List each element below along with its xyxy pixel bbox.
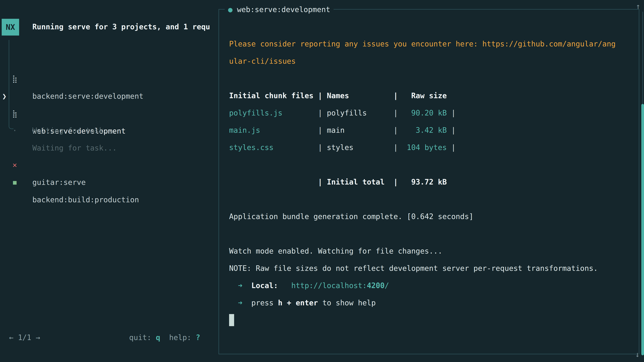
pipe: | xyxy=(447,104,456,121)
pipe: | xyxy=(318,139,327,156)
total-label: Initial total xyxy=(327,173,394,191)
table-row: polyfills.js|polyfills|90.20 kB| xyxy=(229,104,635,121)
help-key: ? xyxy=(196,333,200,342)
table-total-row: |Initial total|93.72 kB xyxy=(229,173,635,191)
chunk-name: styles xyxy=(327,139,394,156)
table-row: styles.css|styles|104 bytes| xyxy=(229,139,635,156)
pipe: | xyxy=(318,173,327,191)
watch-mode-line: Watch mode enabled. Watching for file ch… xyxy=(229,242,635,260)
help-post: to show help xyxy=(322,299,376,307)
note-line: NOTE: Raw file sizes do not reflect deve… xyxy=(229,260,635,277)
pipe: | xyxy=(394,173,402,191)
help-keys: h + enter xyxy=(278,299,318,307)
local-url-line: ➜Local:http://localhost:4200/ xyxy=(229,277,635,294)
success-square-icon: ■ xyxy=(11,174,19,191)
chunk-size: 104 bytes xyxy=(402,139,447,156)
pager-prev-icon[interactable]: ← xyxy=(9,333,14,342)
task-row-backend-build[interactable]: ■ backend:build:production xyxy=(0,156,218,174)
task-label: guitar:serve xyxy=(32,174,86,191)
pipe: | xyxy=(394,139,402,156)
scrollbar-track[interactable] xyxy=(642,12,643,104)
local-label: Local: xyxy=(251,281,278,290)
nx-logo: NX xyxy=(2,19,19,35)
local-url-link[interactable]: http://localhost:4200/ xyxy=(291,281,389,290)
scroll-down-icon[interactable]: ↓ xyxy=(635,347,640,362)
scroll-up-icon[interactable]: ↑ xyxy=(636,1,640,19)
chunk-file: styles.css xyxy=(229,139,318,156)
quit-key: q xyxy=(156,333,160,342)
blank-line xyxy=(229,70,635,87)
pipe: | xyxy=(318,121,327,139)
terminal-output: Please consider reporting any issues you… xyxy=(229,9,635,331)
task-row-guitar-serve[interactable]: ✕ guitar:serve xyxy=(0,139,218,156)
issue-notice-line-2: ular-cli/issues xyxy=(229,52,635,70)
scrollbar-thumb[interactable] xyxy=(641,104,644,355)
pipe: | xyxy=(318,87,327,104)
task-label: backend:build:production xyxy=(32,191,139,209)
cursor-line xyxy=(229,314,635,331)
keyboard-hints: quit:qhelp:? xyxy=(129,329,200,346)
help-hint-line: ➜pressh + enterto show help xyxy=(229,294,635,311)
pager-label: 1/1 xyxy=(18,333,31,342)
blank-line xyxy=(229,156,635,173)
blank-line xyxy=(229,191,635,208)
task-row-waiting-1[interactable]: · Waiting for task... xyxy=(0,87,218,104)
chunk-size: 3.42 kB xyxy=(402,121,447,139)
table-header-row: Initial chunk files|Names|Raw size xyxy=(229,87,635,104)
terminal-cursor xyxy=(229,314,234,326)
pager-next-icon[interactable]: → xyxy=(36,333,40,342)
chunk-file: main.js xyxy=(229,121,318,139)
pipe: | xyxy=(318,104,327,121)
help-label: help: xyxy=(169,333,191,342)
task-output-panel: ● web:serve:development Please consider … xyxy=(218,9,639,354)
pipe: | xyxy=(394,121,402,139)
total-size: 93.72 kB xyxy=(402,173,447,191)
blank-line xyxy=(229,18,635,35)
pipe: | xyxy=(447,121,456,139)
chunk-size: 90.20 kB xyxy=(402,104,447,121)
waiting-dot-icon: · xyxy=(11,122,19,139)
issue-notice-line-1: Please consider reporting any issues you… xyxy=(229,35,635,52)
pipe: | xyxy=(447,139,456,156)
pipe: | xyxy=(394,87,402,104)
table-row: main.js|main|3.42 kB| xyxy=(229,121,635,139)
help-pre: press xyxy=(251,299,273,307)
pipe: | xyxy=(394,104,402,121)
chunk-name: main xyxy=(327,121,394,139)
arrow-right-icon: ➜ xyxy=(238,299,242,307)
task-row-web-serve[interactable]: ❯ ⣷ web:serve:development xyxy=(0,70,218,87)
sidebar-title: Running serve for 3 projects, and 1 requ xyxy=(32,18,216,35)
task-row-waiting-2[interactable]: · Waiting for task... xyxy=(0,104,218,122)
task-label: Waiting for task... xyxy=(32,122,117,139)
chunk-file: polyfills.js xyxy=(229,104,318,121)
task-row-backend-serve[interactable]: ⣷ backend:serve:development xyxy=(0,53,218,70)
chunk-name: polyfills xyxy=(327,104,394,121)
bundle-complete-line: Application bundle generation complete. … xyxy=(229,208,635,225)
pager: ←1/1→ xyxy=(9,329,40,346)
arrow-right-icon: ➜ xyxy=(238,281,242,290)
quit-label: quit: xyxy=(129,333,151,342)
blank-line xyxy=(229,225,635,242)
port-number: 4200 xyxy=(367,281,384,290)
